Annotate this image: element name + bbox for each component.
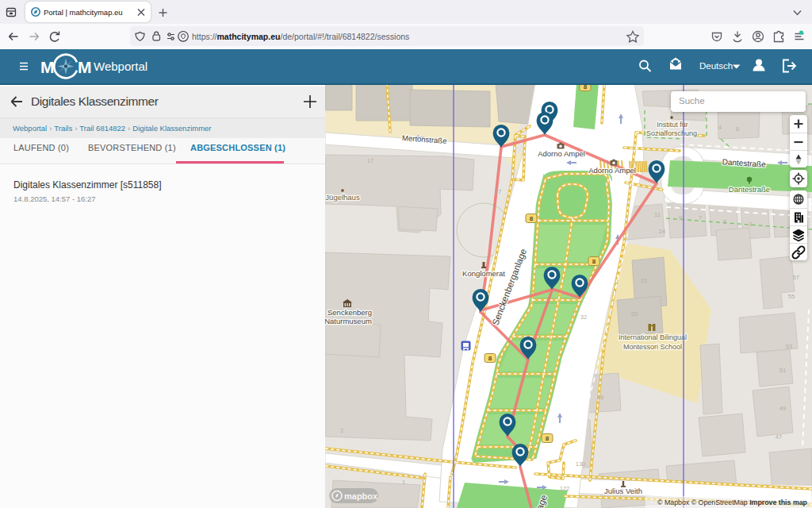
svg-text:7: 7 bbox=[699, 214, 702, 221]
svg-text:Senckenberg: Senckenberg bbox=[327, 308, 372, 317]
svg-text:Julius Veith: Julius Veith bbox=[604, 487, 642, 495]
svg-text:20: 20 bbox=[631, 310, 638, 318]
svg-text:27: 27 bbox=[495, 188, 501, 195]
svg-text:8: 8 bbox=[488, 355, 492, 362]
svg-text:Adorno Ampel: Adorno Ampel bbox=[588, 166, 636, 175]
svg-text:32: 32 bbox=[580, 314, 587, 321]
svg-text:24: 24 bbox=[659, 228, 665, 235]
svg-text:130: 130 bbox=[576, 460, 586, 468]
svg-text:51: 51 bbox=[779, 367, 786, 374]
svg-text:Jügelhaus: Jügelhaus bbox=[325, 193, 360, 202]
svg-text:55: 55 bbox=[788, 293, 795, 300]
svg-text:49: 49 bbox=[779, 405, 786, 412]
svg-text:Konglomerat: Konglomerat bbox=[462, 269, 505, 278]
svg-text:17: 17 bbox=[367, 157, 373, 164]
svg-text:11: 11 bbox=[654, 211, 661, 218]
svg-text:6: 6 bbox=[736, 125, 739, 133]
svg-text:8: 8 bbox=[546, 435, 550, 442]
svg-text:57: 57 bbox=[793, 274, 799, 281]
svg-text:8: 8 bbox=[584, 85, 588, 90]
svg-text:1: 1 bbox=[402, 479, 405, 486]
svg-text:122: 122 bbox=[560, 485, 570, 492]
svg-text:8: 8 bbox=[592, 258, 596, 265]
svg-text:Dantestraße: Dantestraße bbox=[729, 185, 770, 194]
svg-text:8: 8 bbox=[530, 215, 534, 222]
svg-text:9: 9 bbox=[679, 214, 682, 221]
svg-text:Naturmuseum: Naturmuseum bbox=[325, 317, 372, 325]
svg-text:mapbox: mapbox bbox=[344, 491, 378, 501]
svg-text:Adorno Ampel: Adorno Ampel bbox=[538, 149, 585, 158]
svg-text:2: 2 bbox=[340, 427, 343, 434]
svg-text:47: 47 bbox=[776, 433, 782, 441]
svg-text:53: 53 bbox=[786, 343, 792, 350]
svg-text:3: 3 bbox=[749, 221, 752, 228]
svg-text:22: 22 bbox=[641, 277, 647, 284]
svg-text:Sozialforschung: Sozialforschung bbox=[646, 129, 697, 137]
svg-text:Montessori School: Montessori School bbox=[623, 343, 682, 351]
svg-text:5: 5 bbox=[723, 218, 726, 225]
svg-text:International Bilingual: International Bilingual bbox=[619, 333, 687, 341]
svg-text:© Mapbox © OpenStreetMap Impro: © Mapbox © OpenStreetMap Improve this ma… bbox=[657, 498, 808, 506]
svg-text:4: 4 bbox=[718, 124, 722, 131]
svg-text:16: 16 bbox=[597, 394, 603, 401]
